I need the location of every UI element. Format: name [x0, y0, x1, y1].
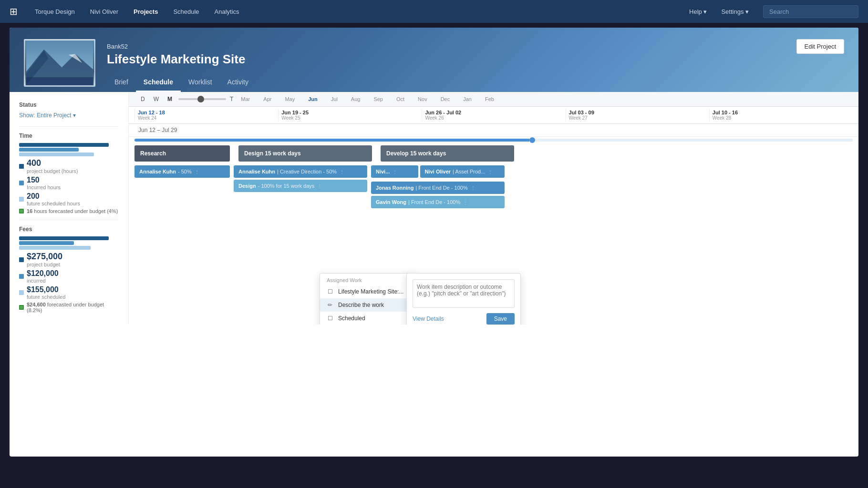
week-col-1: Jun 12 - 18 Week 24 — [134, 109, 278, 122]
week-headers: Jun 12 - 18 Week 24 Jun 19 - 25 Week 25 … — [129, 107, 858, 124]
dropdown-item-describe[interactable]: ✏ Describe the work — [320, 298, 414, 312]
month-dec: Dec — [441, 96, 450, 102]
month-jul: Jul — [331, 96, 338, 102]
view-details-link[interactable]: View Details — [413, 315, 444, 322]
show-value[interactable]: Entire Project — [37, 112, 71, 119]
drag-handle-icon[interactable]: ⋮ — [488, 169, 493, 174]
month-may: May — [285, 96, 295, 102]
week-col-2: Jun 19 - 25 Week 25 — [278, 109, 422, 122]
edit-project-button[interactable]: Edit Project — [796, 39, 844, 54]
assignment-jonas[interactable]: Jonas Ronning | Front End De - 100% ⋮ — [371, 182, 505, 194]
gantt-track — [134, 139, 853, 142]
time-bars — [19, 143, 119, 156]
scale-month-button[interactable]: M — [165, 95, 175, 103]
forecast-fee-value: $24,600 forecasted under budget (8.2%) — [27, 302, 119, 313]
content-area: Status Show: Entire Project ▾ Time 400 p… — [10, 92, 858, 325]
incurred-hours-label: Incurred hours — [27, 184, 61, 190]
timeline-slider-track[interactable] — [178, 98, 226, 100]
project-budget-fee-item: $275,000 project budget — [19, 252, 119, 267]
drag-handle-icon[interactable]: ⋮ — [471, 185, 475, 191]
describe-work-textarea[interactable] — [413, 279, 515, 308]
forecast-dot — [19, 209, 24, 214]
research-assignments: Annalise Kuhn - 50% ⋮ — [134, 165, 230, 180]
assignment-design-task[interactable]: Design - 100% for 15 work days ⋮ — [234, 180, 367, 192]
assignment-annalise-design[interactable]: Annalise Kuhn | Creative Direction - 50%… — [234, 165, 367, 178]
tab-worklist[interactable]: Worklist — [181, 74, 220, 92]
tab-brief[interactable]: Brief — [107, 74, 136, 92]
week2-num: Week 25 — [281, 115, 419, 121]
dropdown-scheduled-text: Scheduled — [338, 315, 365, 322]
settings-menu[interactable]: Settings ▾ — [721, 8, 749, 15]
task-research[interactable]: Research — [134, 145, 230, 162]
budget-hours-label: project budget (hours) — [27, 168, 78, 174]
help-menu[interactable]: Help ▾ — [689, 8, 707, 15]
nav-item-schedule[interactable]: Schedule — [170, 6, 202, 17]
week4-dates: Jul 03 - 09 — [569, 110, 706, 115]
assignment-nivi-short[interactable]: Nivi... ⋮ — [371, 165, 418, 178]
budget-hours-item: 400 project budget (hours) — [19, 158, 119, 174]
drag-handle-icon[interactable]: ⋮ — [393, 169, 397, 174]
drag-handle-icon[interactable]: ⋮ — [195, 169, 199, 174]
show-dropdown-icon[interactable]: ▾ — [73, 112, 76, 119]
show-filter[interactable]: Show: Entire Project ▾ — [19, 112, 119, 119]
edit-icon: ✏ — [327, 302, 333, 308]
app-logo-icon[interactable]: ⊞ — [10, 6, 18, 17]
assignment-gavin[interactable]: Gavin Wong | Front End De - 100% ⋮ — [371, 196, 505, 208]
assignment-nivi-oliver[interactable]: Nivi Oliver | Asset Prod... ⋮ — [420, 165, 505, 178]
forecast-hours-item: 16 hours forecasted under budget (4%) — [19, 208, 119, 214]
scale-day-button[interactable]: D — [138, 95, 147, 103]
project-budget-fee-label: project budget — [27, 262, 62, 267]
task-develop[interactable]: Develop 15 work days — [381, 145, 514, 162]
dropdown-item-scheduled[interactable]: ☐ Scheduled — [320, 312, 414, 325]
future-hours-item: 200 future scheduled hours — [19, 192, 119, 206]
pill-detail: | Front End De - 100% — [408, 199, 460, 205]
future-dot — [19, 197, 24, 202]
checkbox-icon: ☐ — [327, 315, 333, 322]
future-fee-value: $155,000 — [27, 285, 65, 294]
incurred-dot — [19, 181, 24, 185]
drag-handle-icon[interactable]: ⋮ — [340, 169, 344, 174]
assigned-work-section-label: Assigned Work — [320, 274, 414, 285]
timeline-slider-thumb[interactable] — [197, 96, 204, 102]
month-nov: Nov — [418, 96, 427, 102]
describe-actions: View Details Save — [413, 313, 515, 325]
incurred-fee-label: incurred — [27, 278, 59, 284]
fee-bars — [19, 236, 119, 250]
describe-save-button[interactable]: Save — [486, 313, 515, 325]
tab-schedule[interactable]: Schedule — [136, 74, 181, 92]
nav-item-user[interactable]: Nivi Oliver — [87, 6, 121, 17]
search-input[interactable] — [763, 5, 858, 18]
assignment-annalise-research[interactable]: Annalise Kuhn - 50% ⋮ — [134, 165, 230, 178]
gantt-track-fill — [134, 139, 529, 142]
drag-handle-icon[interactable]: ⋮ — [463, 200, 468, 205]
future-fee-item: $155,000 future scheduled — [19, 285, 119, 300]
tab-activity[interactable]: Activity — [220, 74, 256, 92]
pill-detail: | Asset Prod... — [453, 169, 485, 174]
fee-forecast-dot — [19, 305, 24, 310]
nav-item-projects[interactable]: Projects — [131, 6, 161, 17]
drag-handle-icon[interactable]: ⋮ — [317, 183, 322, 189]
week4-num: Week 27 — [569, 115, 706, 121]
incurred-fee-item: $120,000 incurred — [19, 269, 119, 284]
project-header: Bank52 Lifestyle Marketing Site Brief Sc… — [10, 28, 858, 92]
fee-bar-mid — [19, 241, 74, 245]
project-tabs: Brief Schedule Worklist Activity — [107, 74, 844, 92]
dropdown-item-file[interactable]: ☐ Lifestyle Marketing Site:... — [320, 285, 414, 298]
pill-name: Nivi Oliver — [425, 169, 451, 174]
pill-name: Jonas Ronning — [376, 185, 413, 191]
month-aug: Aug — [351, 96, 361, 102]
fees-section-title: Fees — [19, 226, 119, 233]
pill-detail: - 100% for 15 work days — [258, 183, 315, 189]
task-design[interactable]: Design 15 work days — [238, 145, 372, 162]
time-section-title: Time — [19, 132, 119, 139]
fee-dot-mid — [19, 274, 24, 279]
scale-week-button[interactable]: W — [151, 95, 161, 103]
budget-dot-dark — [19, 164, 24, 169]
budget-hours-value: 400 — [27, 158, 78, 168]
top-navigation: ⊞ Torque Design Nivi Oliver Projects Sch… — [0, 0, 868, 23]
nav-item-company[interactable]: Torque Design — [32, 6, 78, 17]
nav-item-analytics[interactable]: Analytics — [212, 6, 242, 17]
date-range-bar: Jun 12 – Jul 29 — [129, 124, 858, 137]
week3-dates: Jun 26 - Jul 02 — [425, 110, 562, 115]
budget-bar-mid — [19, 148, 79, 152]
